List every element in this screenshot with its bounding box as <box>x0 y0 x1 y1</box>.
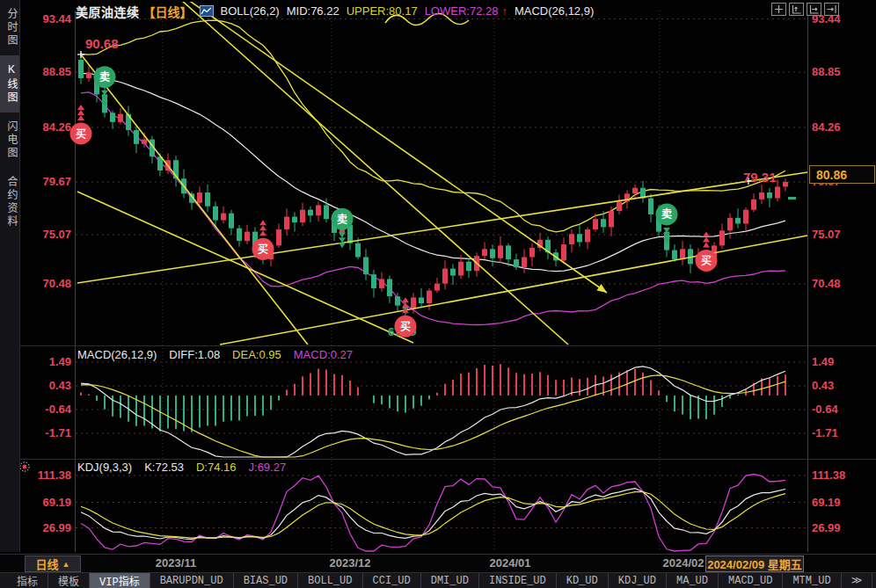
up-arrow-icon: ↑ <box>501 4 507 18</box>
bottom-tab-MACD_UD[interactable]: MACD_UD <box>719 573 783 588</box>
bottom-tab-CCI_UD[interactable]: CCI_UD <box>363 573 421 588</box>
chart-canvas[interactable]: 90.6879.31买卖买卖67.79买卖买80.86 <box>0 0 876 588</box>
boll-lower-value: LOWER:72.28 <box>425 4 499 18</box>
scale-y-axis-button[interactable] <box>789 3 804 16</box>
boll-label: BOLL(26,2) <box>221 4 280 18</box>
x-tick-label: 2024/01 <box>490 556 531 570</box>
kdj-k-value: K:72.53 <box>144 461 184 474</box>
bottom-tab-DMI_UD[interactable]: DMI_UD <box>421 573 479 588</box>
macd-header-label: MACD(26,12,9) <box>515 4 594 18</box>
bottom-tab-KDJ_UD[interactable]: KDJ_UD <box>609 573 667 588</box>
crosshair-button[interactable] <box>771 3 786 16</box>
svg-text:买: 买 <box>76 128 86 141</box>
macd-panel-header: MACD(26,12,9) DIFF:1.08 DEA:0.95 MACD:0.… <box>77 348 353 361</box>
sidebar-item-time-chart[interactable]: 分时图 <box>0 0 19 55</box>
boll-mid-value: MID:76.22 <box>287 4 339 18</box>
macd-name: MACD(26,12,9) <box>77 348 157 361</box>
sidebar-item-flash-chart[interactable]: 闪电图 <box>0 113 19 168</box>
bottom-tab-BARUPDN_UD[interactable]: BARUPDN_UD <box>150 573 234 588</box>
period-selector[interactable]: 日线 ▲ <box>25 555 81 572</box>
svg-text:卖: 卖 <box>661 207 672 221</box>
period-tag[interactable]: 【日线】 <box>143 3 193 20</box>
bottom-tab-VIP指标[interactable]: VIP指标 <box>90 573 150 588</box>
kdj-d-value: D:74.16 <box>196 461 237 474</box>
bottom-tab-指标[interactable]: 指标 <box>7 573 48 588</box>
symbol-title: 美原油连续 <box>76 3 140 20</box>
svg-text:买: 买 <box>701 255 712 267</box>
kdj-panel-header: KDJ(9,3,3) K:72.53 D:74.16 J:69.27 <box>77 461 286 474</box>
scale-x-axis-button[interactable] <box>807 3 821 16</box>
pan-right-button[interactable] <box>824 3 839 16</box>
macd-diff-value: DIFF:1.08 <box>169 348 220 361</box>
bottom-tab-INSIDE_UD[interactable]: INSIDE_UD <box>479 573 557 588</box>
period-selector-label: 日线 <box>36 555 59 572</box>
svg-text:80.86: 80.86 <box>816 168 847 182</box>
svg-text:卖: 卖 <box>337 213 347 226</box>
current-date-badge: 2024/02/09 星期五 <box>705 555 804 572</box>
kdj-j-value: J:69.27 <box>249 461 287 474</box>
bottom-tab-BOLL_UD[interactable]: BOLL_UD <box>298 573 362 588</box>
sidebar-item-contract-info[interactable]: 合约资料 <box>0 168 19 236</box>
bottom-tab-BIAS_UD[interactable]: BIAS_UD <box>234 573 298 588</box>
bottom-tab-MTM_UD[interactable]: MTM_UD <box>783 573 841 588</box>
x-tick-label: 2024/02 <box>663 556 704 570</box>
bottom-tab-bar: 指标模板VIP指标BARUPDN_UDBIAS_UDBOLL_UDCCI_UDD… <box>0 572 876 588</box>
svg-text:卖: 卖 <box>99 70 110 83</box>
bottom-tab-KD_UD[interactable]: KD_UD <box>557 573 609 588</box>
x-axis-row: 日线 ▲ 2023/11 2023/12 2024/01 2024/02 202… <box>0 554 876 573</box>
bottom-tab-模板[interactable]: 模板 <box>48 573 90 588</box>
macd-dea-value: DEA:0.95 <box>232 348 281 361</box>
x-tick-label: 2023/12 <box>330 556 371 570</box>
svg-text:买: 买 <box>400 321 411 333</box>
svg-text:79.31: 79.31 <box>743 170 777 185</box>
svg-text:买: 买 <box>258 243 268 256</box>
bottom-tab-≫[interactable]: ≫ <box>842 573 873 588</box>
kdj-name: KDJ(9,3,3) <box>77 461 132 474</box>
x-tick-label: 2023/11 <box>156 556 196 570</box>
line-chart-icon <box>200 5 214 17</box>
bottom-tab-MA_UD[interactable]: MA_UD <box>667 573 719 588</box>
left-sidebar: 分时图 K线图 闪电图 合约资料 <box>0 0 20 552</box>
chart-toolbar <box>771 3 839 16</box>
macd-macd-value: MACD:0.27 <box>294 348 353 361</box>
svg-text:90.68: 90.68 <box>85 36 119 51</box>
trading-app: 93.4488.8584.2679.6775.0770.481.490.43-0… <box>0 0 876 588</box>
boll-upper-value: UPPER:80.17 <box>347 4 418 18</box>
sidebar-item-kline-chart[interactable]: K线图 <box>0 55 19 113</box>
chart-header: 美原油连续 【日线】 BOLL(26,2) MID:76.22 UPPER:80… <box>76 0 594 22</box>
chevron-up-icon: ▲ <box>62 560 70 569</box>
